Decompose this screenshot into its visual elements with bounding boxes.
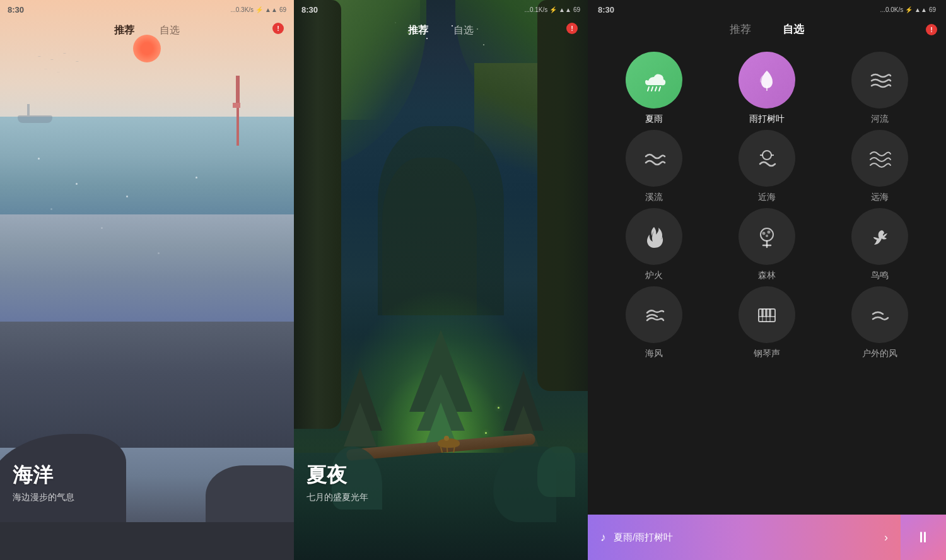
trunk-right bbox=[537, 0, 588, 391]
menu-panel: 8:30 ...0.0K/s ⚡ ▲▲ 69 推荐 自选 ! bbox=[588, 0, 946, 560]
sound-label-fire: 炉火 bbox=[645, 270, 663, 281]
sound-label-river: 河流 bbox=[871, 114, 889, 125]
svg-point-12 bbox=[766, 235, 768, 237]
sound-btn-birds[interactable]: 鸟鸣 bbox=[826, 208, 933, 281]
forest-panel: 8:30 ...0.1K/s ⚡ ▲▲ 69 推荐 自选 ! 夏夜 七月的盛夏光… bbox=[294, 0, 588, 560]
panel3-alert[interactable]: ! bbox=[926, 24, 937, 35]
sound-btn-near-sea[interactable]: 近海 bbox=[713, 130, 821, 203]
cricket-insect bbox=[438, 438, 460, 448]
star-3 bbox=[426, 38, 428, 39]
sound-circle-far-sea bbox=[851, 130, 908, 187]
panel3-tabs: 推荐 自选 bbox=[588, 17, 946, 47]
panel3-tab-custom[interactable]: 自选 bbox=[783, 22, 804, 37]
svg-rect-18 bbox=[761, 309, 764, 317]
rocky-shore bbox=[0, 322, 294, 448]
panel3-battery: 69 bbox=[929, 6, 936, 13]
svg-point-10 bbox=[762, 232, 765, 235]
panel2-scene-info: 夏夜 七月的盛夏光年 bbox=[307, 462, 368, 503]
water-decoration bbox=[0, 117, 294, 214]
panel2-status-bar: 8:30 ...0.1K/s ⚡ ▲▲ 69 bbox=[294, 0, 588, 19]
sound-circle-rain-leaves bbox=[739, 52, 795, 108]
sound-label-stream: 溪流 bbox=[645, 192, 663, 203]
sound-circle-piano bbox=[739, 286, 795, 343]
sound-grid: 夏雨 雨打树叶 河流 bbox=[588, 47, 946, 372]
panel3-status-icons: ...0.0K/s ⚡ ▲▲ 69 bbox=[880, 6, 936, 13]
svg-point-4 bbox=[762, 151, 771, 160]
sound-btn-fire[interactable]: 炉火 bbox=[600, 208, 708, 281]
panel1-alert-dot: ! bbox=[272, 23, 284, 34]
panel1-signal: ...0.3K/s bbox=[230, 6, 254, 13]
firefly-5 bbox=[485, 432, 487, 434]
pine-center bbox=[409, 330, 472, 446]
panel1-tab-recommend[interactable]: 推荐 bbox=[114, 24, 134, 37]
sound-label-birds: 鸟鸣 bbox=[871, 270, 889, 281]
panel1-scene-info: 海洋 海边漫步的气息 bbox=[13, 462, 74, 503]
panel2-signal: ...0.1K/s bbox=[525, 6, 548, 13]
beach-decoration bbox=[0, 214, 294, 322]
svg-point-11 bbox=[767, 231, 770, 234]
sound-btn-forest[interactable]: 森林 bbox=[713, 208, 821, 281]
panel1-tabs: 推荐 自选 bbox=[0, 24, 294, 37]
svg-line-1 bbox=[651, 87, 653, 91]
sound-label-piano: 钢琴声 bbox=[754, 348, 780, 359]
sound-circle-summer-rain bbox=[626, 52, 682, 108]
panel1-time: 8:30 bbox=[8, 5, 24, 15]
now-playing-content[interactable]: ♪ 夏雨/雨打树叶 › bbox=[588, 515, 901, 560]
panel2-tabs: 推荐 自选 bbox=[294, 24, 588, 37]
sound-label-outdoor-wind: 户外的风 bbox=[862, 348, 897, 359]
ship-decoration bbox=[18, 104, 52, 123]
sound-label-wind: 海风 bbox=[645, 348, 663, 359]
panel1-wifi: ▲▲ bbox=[265, 6, 277, 13]
sound-btn-far-sea[interactable]: 远海 bbox=[826, 130, 933, 203]
splash-right-2 bbox=[537, 446, 575, 497]
sound-circle-outdoor-wind bbox=[851, 286, 908, 343]
sound-btn-outdoor-wind[interactable]: 户外的风 bbox=[826, 286, 933, 359]
panel2-status-icons: ...0.1K/s ⚡ ▲▲ 69 bbox=[525, 6, 580, 13]
ground-base bbox=[0, 522, 294, 560]
sound-btn-stream[interactable]: 溪流 bbox=[600, 130, 708, 203]
sound-label-summer-rain: 夏雨 bbox=[645, 114, 663, 125]
sun-decoration bbox=[133, 35, 161, 62]
panel1-bt-icon: ⚡ bbox=[255, 6, 263, 13]
ocean-panel: ~ ~ ~ ~ ~ ~ bbox=[0, 0, 294, 560]
sound-btn-rain-leaves[interactable]: 雨打树叶 bbox=[713, 52, 821, 125]
sound-circle-forest bbox=[739, 208, 795, 265]
sound-btn-river[interactable]: 河流 bbox=[826, 52, 933, 125]
pine-left bbox=[338, 368, 382, 446]
music-icon: ♪ bbox=[600, 531, 606, 544]
sound-circle-wind bbox=[626, 286, 682, 343]
sound-label-far-sea: 远海 bbox=[871, 192, 889, 203]
svg-line-3 bbox=[659, 87, 660, 91]
panel2-tab-custom[interactable]: 自选 bbox=[453, 24, 474, 37]
panel3-signal: ...0.0K/s bbox=[880, 6, 904, 13]
panel1-tab-custom[interactable]: 自选 bbox=[160, 24, 180, 37]
panel3-alert-dot: ! bbox=[926, 24, 937, 35]
sound-label-forest: 森林 bbox=[758, 270, 776, 281]
svg-line-2 bbox=[655, 87, 657, 91]
panel3-tab-recommend[interactable]: 推荐 bbox=[730, 22, 751, 37]
svg-rect-19 bbox=[765, 309, 768, 317]
sound-circle-birds bbox=[851, 208, 908, 265]
sound-btn-piano[interactable]: 钢琴声 bbox=[713, 286, 821, 359]
sound-btn-summer-rain[interactable]: 夏雨 bbox=[600, 52, 708, 125]
now-playing-bar[interactable]: ♪ 夏雨/雨打树叶 › ⏸ bbox=[588, 515, 946, 560]
svg-rect-20 bbox=[769, 309, 771, 317]
panel1-status-icons: ...0.3K/s ⚡ ▲▲ 69 bbox=[230, 6, 286, 13]
panel2-icons: ⚡ ▲▲ bbox=[549, 6, 571, 13]
panel1-status-bar: 8:30 ...0.3K/s ⚡ ▲▲ 69 bbox=[0, 0, 294, 19]
panel2-time: 8:30 bbox=[301, 5, 318, 15]
sound-circle-fire bbox=[626, 208, 682, 265]
pause-button[interactable]: ⏸ bbox=[901, 515, 946, 560]
panel3-status-bar: 8:30 ...0.0K/s ⚡ ▲▲ 69 bbox=[588, 0, 946, 17]
sound-btn-wind[interactable]: 海风 bbox=[600, 286, 708, 359]
lighthouse-decoration bbox=[235, 76, 240, 146]
sound-label-near-sea: 近海 bbox=[758, 192, 776, 203]
sound-circle-stream bbox=[626, 130, 682, 187]
panel2-scene-title: 夏夜 bbox=[307, 462, 368, 489]
panel1-alert[interactable]: ! bbox=[272, 23, 285, 35]
firefly-4 bbox=[498, 407, 499, 409]
panel2-alert[interactable]: ! bbox=[566, 23, 579, 35]
panel1-battery: 69 bbox=[279, 6, 286, 13]
panel1-scene-title: 海洋 bbox=[13, 462, 74, 489]
panel2-tab-recommend[interactable]: 推荐 bbox=[408, 24, 428, 37]
